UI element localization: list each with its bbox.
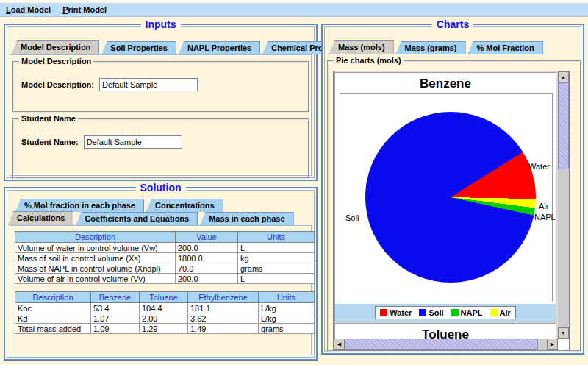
solution-panel: Solution % Mol fraction in each phaseCon… <box>4 187 318 361</box>
model-description-label: Model Description: <box>21 80 94 89</box>
table-cell: Volume of air in control volume (Vv) <box>15 274 176 284</box>
table-cell: 200.0 <box>176 274 238 284</box>
table-cell: Mass of soil in control volume (Xs) <box>15 253 176 263</box>
table-cell: Koc <box>15 303 91 313</box>
inputs-panel: Inputs Model DescriptionSoil PropertiesN… <box>4 24 318 181</box>
tab-mol-fraction[interactable]: % Mol Fraction <box>468 41 543 54</box>
control-volume-table: DescriptionValueUnitsVolume of water in … <box>15 231 315 284</box>
tab-soil-properties[interactable]: Soil Properties <box>101 41 176 54</box>
column-header: Units <box>259 292 315 303</box>
table-cell: grams <box>259 324 315 334</box>
table-cell: L <box>238 274 315 284</box>
chemical-coefficients-table: DescriptionBenzeneTolueneEthylbenzeneUni… <box>15 291 315 334</box>
student-name-input[interactable] <box>84 135 182 149</box>
inputs-tab-content: Model Description Model Description: Stu… <box>10 54 312 176</box>
table-cell: 2.09 <box>140 313 188 324</box>
table-cell: Total mass added <box>15 324 91 334</box>
table-row[interactable]: Volume of air in control volume (Vv)200.… <box>15 274 315 284</box>
table-cell: 181.1 <box>188 303 259 313</box>
table-cell: L <box>238 243 315 253</box>
table-cell: 1.29 <box>140 324 188 334</box>
legend-swatch-soil <box>419 309 426 316</box>
column-header: Value <box>176 232 238 243</box>
table-cell: L/kg <box>259 303 315 313</box>
table-cell: grams <box>238 263 315 274</box>
table-row[interactable]: Volume of water in control volume (Vw)20… <box>15 243 315 253</box>
tab-mass-mols[interactable]: Mass (mols) <box>329 40 394 54</box>
benzene-chart-title: Benzene <box>335 77 556 91</box>
benzene-pie <box>365 112 536 283</box>
solution-panel-title: Solution <box>136 182 186 194</box>
student-name-group-title: Student Name <box>19 114 78 124</box>
table-cell: 1.09 <box>91 324 140 334</box>
model-description-input[interactable] <box>99 78 198 91</box>
tab-mass-in-each-phase[interactable]: Mass in each phase <box>200 212 293 225</box>
table-cell: 1.49 <box>188 324 259 334</box>
charts-scrollpane: Benzene Water Soil NAPL Air WaterSoilNAP… <box>333 71 570 350</box>
table-row[interactable]: Total mass added1.091.291.49grams <box>15 324 315 334</box>
column-header: Ethylbenzene <box>188 292 259 303</box>
menu-bar: Load ModelPrint Model <box>0 3 588 17</box>
pie-charts-group: Pie charts (mols) Benzene Water Soil NAP… <box>327 60 581 352</box>
tab-coefficients-and-equations[interactable]: Coefficients and Equations <box>76 212 198 225</box>
table-row[interactable]: Kd1.072.093.62L/kg <box>15 313 315 324</box>
column-header: Units <box>238 232 315 243</box>
legend-item-napl: NAPL <box>451 308 483 317</box>
horizontal-scroll-thumb[interactable] <box>345 339 538 350</box>
benzene-plot-area: Water Soil NAPL Air <box>340 93 553 302</box>
column-header: Description <box>15 232 176 243</box>
pie-label-napl: NAPL <box>534 213 556 222</box>
table-cell: Mass of NAPL in control volume (Xnapl) <box>15 263 176 274</box>
toluene-pie-chart: Toluene <box>334 323 556 339</box>
legend-item-air: Air <box>490 308 511 317</box>
table-cell: 104.4 <box>140 303 188 313</box>
tab-concentrations[interactable]: Concentrations <box>146 199 223 212</box>
horizontal-scrollbar[interactable]: ◀ ▶ <box>334 339 558 350</box>
table-cell: 1.07 <box>91 313 140 324</box>
pie-legend-strip: WaterSoilNAPLAir <box>335 304 556 322</box>
inputs-panel-title: Inputs <box>141 18 181 30</box>
scroll-left-button[interactable]: ◀ <box>334 339 345 350</box>
model-description-group-title: Model Description <box>19 57 93 66</box>
tab-calculations[interactable]: Calculations <box>8 211 74 225</box>
tab-model-description[interactable]: Model Description <box>12 40 99 54</box>
table-row[interactable]: Mass of NAPL in control volume (Xnapl)70… <box>15 263 315 274</box>
table-cell: 200.0 <box>176 243 238 253</box>
model-description-group: Model Description Model Description: <box>12 61 309 113</box>
scroll-right-button[interactable]: ▶ <box>547 339 558 350</box>
legend-item-soil: Soil <box>419 308 443 317</box>
pie-charts-group-title: Pie charts (mols) <box>334 56 404 65</box>
tab-mol-fraction-in-each-phase[interactable]: % Mol fraction in each phase <box>15 199 144 212</box>
solution-tab-content: DescriptionValueUnitsVolume of water in … <box>10 225 312 355</box>
legend-swatch-air <box>490 309 498 316</box>
column-header: Toluene <box>140 292 188 303</box>
column-header: Description <box>15 292 91 303</box>
vertical-scrollbar[interactable]: ▲ ▼ <box>558 71 569 339</box>
table-row[interactable]: Koc53.4104.4181.1L/kg <box>15 303 315 313</box>
scroll-down-button[interactable]: ▼ <box>558 327 569 339</box>
pie-label-air: Air <box>539 202 548 210</box>
student-name-label: Student Name: <box>21 138 79 146</box>
legend-swatch-napl <box>451 309 459 316</box>
legend-item-water: Water <box>380 308 412 317</box>
student-name-group: Student Name Student Name: <box>12 118 309 179</box>
menu-item-load-model[interactable]: Load Model <box>0 5 57 14</box>
charts-viewport: Benzene Water Soil NAPL Air WaterSoilNAP… <box>334 71 558 339</box>
scroll-up-button[interactable]: ▲ <box>558 71 569 82</box>
table-cell: 53.4 <box>91 303 140 313</box>
table-cell: 3.62 <box>188 313 259 324</box>
table-row[interactable]: Mass of soil in control volume (Xs)1800.… <box>15 253 315 263</box>
pie-label-water: Water <box>528 162 550 171</box>
vertical-scroll-thumb[interactable] <box>558 82 569 169</box>
pie-label-soil: Soil <box>345 213 359 222</box>
menu-item-print-model[interactable]: Print Model <box>57 5 112 14</box>
table-cell: 70.0 <box>176 263 238 274</box>
tab-mass-grams[interactable]: Mass (grams) <box>396 41 466 54</box>
tab-napl-properties[interactable]: NAPL Properties <box>179 41 260 54</box>
table-cell: 1800.0 <box>176 253 238 263</box>
table-cell: Kd <box>15 313 91 324</box>
table-cell: L/kg <box>259 313 315 324</box>
benzene-pie-chart: Benzene Water Soil NAPL Air WaterSoilNAP… <box>334 72 556 322</box>
charts-panel: Charts Mass (mols)Mass (grams)% Mol Frac… <box>321 24 584 355</box>
toluene-chart-title: Toluene <box>335 327 556 339</box>
